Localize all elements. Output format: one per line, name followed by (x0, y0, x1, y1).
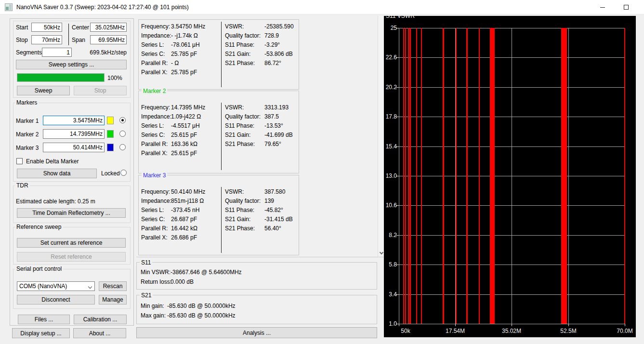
y-tick-label: 10.6 (384, 202, 397, 209)
marker1-color-swatch[interactable] (107, 117, 114, 124)
field-value: 26.687 pF (171, 216, 197, 223)
field-value: - -j1.74k Ω (171, 32, 198, 39)
stop-button[interactable]: Stop (74, 86, 127, 95)
vswr-spike (409, 28, 411, 324)
field-label: Parallel R: (141, 225, 171, 232)
x-tick (455, 324, 456, 326)
enable-delta-checkbox[interactable] (16, 158, 23, 164)
data-row: Frequency:3.54750 MHz (141, 22, 220, 31)
window-title: NanoVNA Saver 0.3.7 (Sweep: 2023-04-02 1… (16, 4, 189, 11)
reset-reference-button[interactable]: Reset reference (17, 252, 126, 262)
segments-input[interactable] (42, 48, 72, 57)
marker3-input[interactable] (43, 143, 105, 152)
vswr-spike (421, 28, 422, 324)
field-label: Impedance: (141, 198, 171, 204)
stop-input[interactable] (31, 35, 62, 44)
field-value: -13.53° (264, 122, 283, 129)
files-button[interactable]: Files ... (18, 315, 70, 324)
marker1-radio[interactable] (119, 117, 126, 123)
minimize-button[interactable] (595, 0, 610, 14)
tdr-button[interactable]: Time Domain Reflectometry ... (17, 208, 126, 218)
marker3-radio[interactable] (119, 144, 126, 150)
field-label: Frequency: (141, 188, 171, 195)
manage-button[interactable]: Manage (99, 295, 127, 304)
marker-panel-scrollbar[interactable] (378, 16, 384, 257)
cable-length-text: Estimated cable length: 0.25 m (16, 198, 95, 205)
center-input[interactable] (90, 23, 127, 32)
serial-port-select[interactable]: COM5 (NanoVNA) (17, 281, 95, 291)
field-value: -53.806 dB (264, 51, 293, 57)
field-label: S11 Phase: (225, 207, 264, 213)
data-row: Quality factor:139 (225, 196, 297, 205)
titlebar: NanoVNA Saver 0.3.7 (Sweep: 2023-04-02 1… (0, 0, 644, 14)
start-input[interactable] (31, 23, 62, 32)
marker1-label: Marker 1 (16, 118, 39, 124)
analysis-button[interactable]: Analysis ... (136, 327, 377, 338)
start-label: Start (16, 24, 28, 31)
field-value: 163.36 kΩ (171, 141, 197, 147)
disconnect-button[interactable]: Disconnect (17, 295, 95, 304)
display-setup-button[interactable]: Display setup ... (12, 328, 70, 338)
calibration-button[interactable]: Calibration ... (74, 315, 127, 324)
y-tick-label: 8.2 (384, 232, 397, 238)
x-tick-label: 17.54M (446, 328, 465, 334)
maximize-icon (624, 5, 629, 10)
field-label: Series C: (141, 216, 171, 223)
x-tick-label: 70.0M (617, 328, 632, 334)
x-tick-label: 52.5M (560, 328, 576, 334)
sweep-settings-button[interactable]: Sweep settings ... (16, 60, 127, 69)
v-gridline (568, 28, 569, 324)
data-row: Impedance:- -j1.74k Ω (141, 31, 220, 40)
y-tick-label: 17.8 (384, 113, 397, 120)
y-tick-label: 13.0 (384, 172, 397, 179)
field-value: 3.54750 MHz (171, 23, 205, 30)
x-tick (399, 324, 399, 326)
show-data-button[interactable]: Show data (17, 169, 97, 178)
field-value: 25.615 pF (171, 150, 197, 157)
vswr-spike (456, 28, 457, 324)
field-value: -4.5517 μH (171, 122, 200, 129)
vswr-spike (479, 28, 480, 324)
field-value: 139 (264, 198, 274, 204)
data-row: S21 Phase:79.65° (225, 139, 297, 148)
field-label: Series L: (141, 41, 171, 48)
marker2-radio[interactable] (119, 131, 126, 137)
sweep-button[interactable]: Sweep (17, 86, 70, 95)
field-label: Parallel X: (141, 150, 171, 157)
panel-divider (221, 103, 222, 170)
field-value: -373.45 nH (171, 207, 199, 213)
field-value: -41.699 dB (264, 132, 293, 138)
progress-percent: 100% (107, 75, 122, 81)
scroll-area-border (136, 257, 384, 257)
maximize-button[interactable] (619, 0, 633, 14)
x-tick (625, 324, 625, 326)
field-value: 851m-j118 Ω (171, 198, 204, 204)
field-label: Min gain: (141, 303, 167, 309)
field-label: Parallel X: (141, 69, 171, 76)
field-label: S21 Gain: (225, 216, 264, 223)
marker2-input[interactable] (43, 129, 105, 139)
field-value: -45.82° (264, 207, 283, 213)
set-reference-button[interactable]: Set current as reference (17, 238, 126, 248)
center-label: Center (72, 24, 89, 31)
field-value: -31.415 dB (264, 216, 293, 223)
marker1-input[interactable] (43, 116, 105, 125)
marker3-color-swatch[interactable] (107, 144, 114, 151)
step-info: 699.5kHz/step (78, 49, 127, 56)
marker2-color-swatch[interactable] (107, 130, 114, 138)
rescan-button[interactable]: Rescan (99, 281, 127, 291)
data-row: Impedance:1.09-j422 Ω (141, 112, 220, 121)
span-input[interactable] (90, 35, 127, 44)
x-tick-label: 50k (401, 328, 410, 334)
s11-vswr-chart[interactable]: S11 VSWR 2522.620.217.815.413.010.68.25.… (384, 16, 636, 337)
marker3-panel-title: Marker 3 (142, 172, 167, 179)
field-label: Impedance: (141, 32, 171, 39)
field-value: - Ω (171, 60, 179, 66)
locked-radio[interactable] (120, 170, 127, 176)
s21-stats-box: S21 Min gain:-85.630 dB @ 50.0000kHzMax … (136, 295, 377, 324)
field-value: -25385.590 (264, 23, 294, 30)
field-value: 79.65° (264, 141, 281, 147)
field-label: S21 Phase: (225, 141, 264, 147)
field-value: 25.785 pF (171, 51, 197, 57)
about-button[interactable]: About ... (73, 328, 126, 338)
